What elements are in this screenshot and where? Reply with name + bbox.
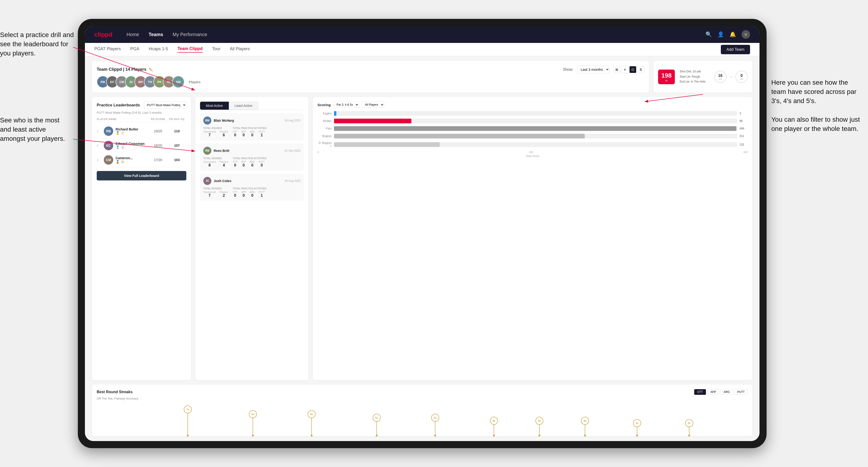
pac-player: BM Blair McHarg bbox=[203, 117, 234, 125]
subnav-pga[interactable]: PGA bbox=[130, 46, 139, 52]
streak-pin: 5x bbox=[431, 414, 439, 436]
streak-dot bbox=[688, 435, 690, 436]
app-filter-button[interactable]: APP bbox=[707, 389, 719, 395]
player-score: 17/20 bbox=[149, 158, 167, 162]
subnav-pgat[interactable]: PGAT Players bbox=[94, 46, 121, 52]
streak-pin: 4x bbox=[535, 417, 544, 436]
arg-filter-button[interactable]: ARG bbox=[720, 389, 733, 395]
scoring-chart: Eagles 3 Birdies 96 bbox=[317, 111, 748, 375]
leaderboard-title: Practice Leaderboards bbox=[97, 103, 140, 107]
eagles-bar-row: Eagles 3 bbox=[317, 111, 748, 116]
filter-icon[interactable]: ⇅ bbox=[637, 66, 644, 73]
streak-dot bbox=[434, 435, 436, 436]
players-filter-select[interactable]: All Players bbox=[362, 102, 384, 108]
streak-dot bbox=[493, 435, 495, 436]
streak-stem bbox=[539, 425, 540, 435]
player-name-badge: Cameron... 🥉 3 bbox=[116, 156, 149, 164]
add-team-button[interactable]: Add Team bbox=[721, 45, 750, 54]
annotation-bottom-left: See who is the most and least active amo… bbox=[0, 116, 71, 144]
main-panels: Practice Leaderboards PUTT Must Make Put… bbox=[92, 97, 752, 380]
player-date: 02 Sep 2023 bbox=[284, 149, 301, 152]
leaderboard-header: Practice Leaderboards PUTT Must Make Put… bbox=[97, 102, 186, 108]
streak-circle: 4x bbox=[535, 417, 544, 425]
nav-performance[interactable]: My Performance bbox=[173, 32, 207, 37]
view-icons: ⊞ ≡ ⊡ ⇅ bbox=[613, 66, 644, 73]
player-score: 19/20 bbox=[149, 129, 167, 133]
player-name-badge: Richard Butler 🥇 1 bbox=[116, 127, 149, 135]
players-row: RB EC CM JC BR TH PK AL SM Players bbox=[97, 76, 644, 88]
content-area: Team Clippd | 14 Players ✏️ Show: Last 3… bbox=[85, 56, 760, 441]
annotation-right: Here you can see how the team have score… bbox=[771, 78, 861, 133]
subnav-all-players[interactable]: All Players bbox=[230, 46, 250, 52]
streak-pin: 3x bbox=[633, 419, 641, 436]
table-row: 3 CM Cameron... 🥉 3 17/20 103 bbox=[97, 153, 186, 167]
player-date: 26 Aug 2023 bbox=[285, 119, 301, 122]
shot-badge: 198 sc bbox=[658, 69, 675, 84]
player-name-badge: Edward Crossman 🥈 2 bbox=[116, 142, 149, 149]
streaks-title: Best Round Streaks bbox=[97, 390, 132, 394]
subnav-team-clippd[interactable]: Team Clippd bbox=[177, 46, 203, 53]
streak-circle: 6x bbox=[249, 410, 257, 418]
show-label: Show: bbox=[563, 67, 574, 72]
card-view-icon[interactable]: ⊡ bbox=[629, 66, 637, 73]
putt-filter-button[interactable]: PUTT bbox=[734, 389, 748, 395]
show-period-select[interactable]: Last 3 months bbox=[577, 66, 610, 73]
bell-icon[interactable]: 🔔 bbox=[730, 31, 736, 37]
player-stats: Total Rounds Tournament 7 Practice 2 bbox=[203, 187, 301, 198]
player-activity-header: BM Blair McHarg 26 Aug 2023 bbox=[203, 117, 301, 125]
player-avg: 107 bbox=[167, 144, 186, 148]
streak-dot bbox=[584, 435, 586, 436]
streak-stem bbox=[689, 427, 689, 435]
profile-icon[interactable]: 👤 bbox=[717, 31, 724, 37]
bar-track bbox=[334, 142, 737, 147]
par-filter-select[interactable]: Par 3, 4 & 5s bbox=[334, 102, 359, 108]
nav-teams[interactable]: Teams bbox=[149, 32, 163, 37]
streak-stem bbox=[435, 422, 435, 435]
most-active-tab[interactable]: Most Active bbox=[200, 102, 229, 110]
grid-view-icon[interactable]: ⊞ bbox=[613, 66, 620, 73]
edit-icon[interactable]: ✏️ bbox=[149, 68, 153, 71]
practice-activities-group: Total Practice Activities OTT 0 APP 0 bbox=[233, 157, 267, 167]
streak-pin: 5x bbox=[373, 414, 381, 436]
least-active-tab[interactable]: Least Active bbox=[229, 102, 258, 110]
pac-player: RB Rees Britt bbox=[203, 147, 229, 155]
streak-circle: 3x bbox=[685, 419, 693, 427]
subnav-tour[interactable]: Tour bbox=[212, 46, 220, 52]
total-rounds-group: Total Rounds Tournament 8 Practice 4 bbox=[203, 157, 228, 167]
team-card: Team Clippd | 14 Players ✏️ Show: Last 3… bbox=[92, 61, 649, 93]
nav-home[interactable]: Home bbox=[127, 32, 139, 37]
pac-player: JC Josh Coles bbox=[203, 177, 231, 185]
top-panels: Team Clippd | 14 Players ✏️ Show: Last 3… bbox=[92, 61, 752, 93]
bar-fill-dbogeys bbox=[334, 142, 440, 147]
subnav-hcaps[interactable]: Hcaps 1-5 bbox=[149, 46, 168, 52]
player-activity-header: JC Josh Coles 26 Aug 2023 bbox=[203, 177, 301, 185]
player-stats: Total Rounds Tournament 8 Practice 4 bbox=[203, 157, 301, 167]
player-activity-card: BM Blair McHarg 26 Aug 2023 Total Rounds… bbox=[200, 113, 304, 141]
list-view-icon[interactable]: ≡ bbox=[621, 66, 628, 73]
streaks-section: Best Round Streaks OTT APP ARG PUTT Off … bbox=[92, 384, 752, 436]
team-players-inner: Team Clippd | 14 Players ✏️ Show: Last 3… bbox=[97, 66, 644, 88]
end-lie: End Lie: In The Hole bbox=[680, 79, 710, 85]
view-full-leaderboard-button[interactable]: View Full Leaderboard bbox=[97, 171, 186, 181]
player-avg: 103 bbox=[167, 158, 186, 162]
streak-stem bbox=[187, 413, 188, 435]
search-icon[interactable]: 🔍 bbox=[706, 31, 712, 37]
start-lie: Start Lie: Rough bbox=[680, 74, 710, 80]
player-activity-header: RB Rees Britt 02 Sep 2023 bbox=[203, 147, 301, 155]
shot-circle-1: 16 yds bbox=[714, 71, 726, 83]
bar-fill-bogeys bbox=[334, 134, 585, 138]
ott-filter-button[interactable]: OTT bbox=[694, 389, 706, 395]
player-date: 26 Aug 2023 bbox=[285, 179, 301, 183]
scoring-panel: Scoring Par 3, 4 & 5s All Players Eagles bbox=[313, 97, 752, 380]
drill-select[interactable]: PUTT Must Make Putting... bbox=[144, 102, 186, 108]
scoring-title: Scoring bbox=[317, 103, 331, 107]
streak-pin: 6x bbox=[249, 410, 257, 436]
player-score: 18/20 bbox=[149, 144, 167, 148]
streak-stem bbox=[311, 418, 312, 435]
player-avatar-9[interactable]: SM bbox=[172, 76, 184, 88]
streaks-subtitle: Off The Tee, Fairway Accuracy bbox=[97, 397, 748, 400]
streak-dot bbox=[636, 435, 638, 436]
streak-dot bbox=[187, 435, 189, 436]
user-avatar[interactable]: U bbox=[742, 30, 750, 39]
bar-track bbox=[334, 134, 737, 138]
